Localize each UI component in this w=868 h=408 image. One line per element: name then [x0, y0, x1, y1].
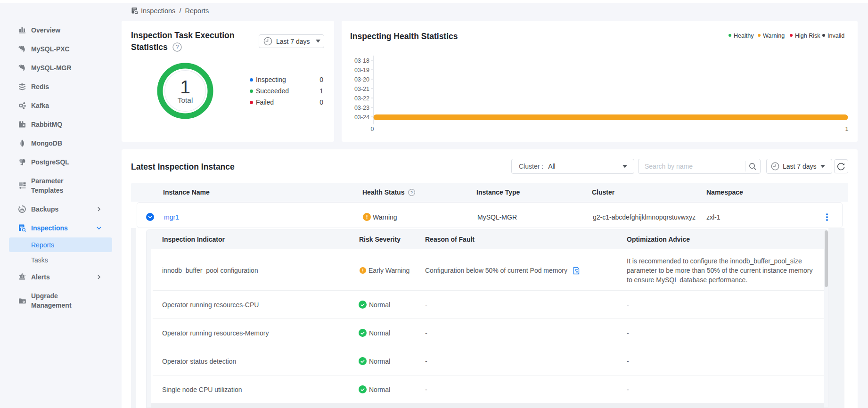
svg-text:Total: Total — [178, 96, 193, 104]
svg-text:1: 1 — [845, 126, 849, 132]
svg-text:03-24: 03-24 — [354, 114, 369, 121]
svg-text:03-19: 03-19 — [354, 67, 369, 73]
svg-text:03-22: 03-22 — [354, 95, 369, 102]
svg-text:1: 1 — [180, 77, 190, 97]
svg-text:03-18: 03-18 — [354, 57, 369, 64]
svg-text:03-23: 03-23 — [354, 105, 369, 111]
svg-text:?: ? — [175, 44, 179, 50]
svg-text:03-20: 03-20 — [354, 76, 369, 83]
svg-text:0: 0 — [371, 126, 374, 132]
svg-text:?: ? — [410, 190, 413, 195]
svg-text:03-21: 03-21 — [354, 86, 369, 92]
